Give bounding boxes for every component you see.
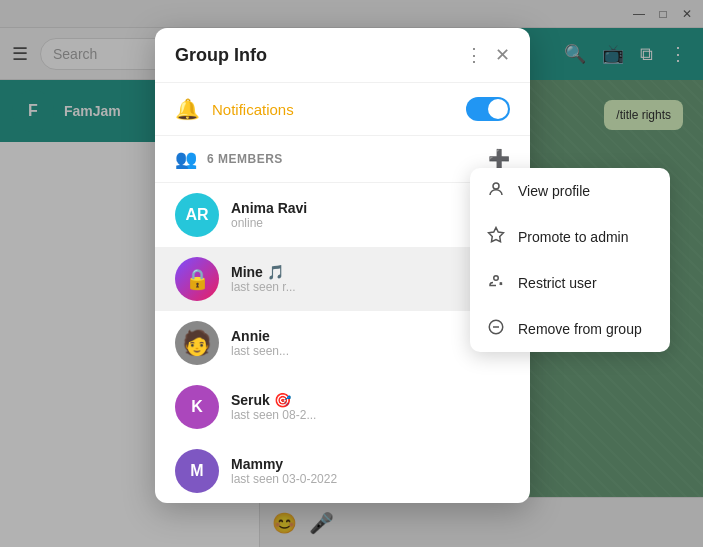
add-member-button[interactable]: ➕ [488, 148, 510, 170]
member-item-mammy[interactable]: M Mammy last seen 03-0-2022 [155, 439, 530, 503]
member-info-mine: Mine 🎵 last seen r... [231, 264, 510, 294]
member-name-seruk: Seruk 🎯 [231, 392, 510, 408]
view-profile-label: View profile [518, 183, 590, 199]
remove-group-label: Remove from group [518, 321, 642, 337]
member-status-anima: online [231, 216, 465, 230]
members-count-label: 6 MEMBERS [207, 152, 478, 166]
context-menu-remove-group[interactable]: Remove from group [470, 306, 670, 352]
member-info-seruk: Seruk 🎯 last seen 08-2... [231, 392, 510, 422]
member-avatar-anima: AR [175, 193, 219, 237]
member-info-annie: Annie last seen... [231, 328, 510, 358]
notifications-label: Notifications [212, 101, 454, 118]
restrict-user-icon [486, 272, 506, 294]
promote-admin-label: Promote to admin [518, 229, 629, 245]
promote-admin-icon [486, 226, 506, 248]
context-menu-view-profile[interactable]: View profile [470, 168, 670, 214]
bell-icon: 🔔 [175, 97, 200, 121]
member-status-mine: last seen r... [231, 280, 510, 294]
context-menu-restrict-user[interactable]: Restrict user [470, 260, 670, 306]
context-menu-promote-admin[interactable]: Promote to admin [470, 214, 670, 260]
modal-header-actions: ⋮ ✕ [465, 44, 510, 66]
svg-point-1 [494, 276, 499, 281]
remove-group-icon [486, 318, 506, 340]
member-item-seruk[interactable]: K Seruk 🎯 last seen 08-2... [155, 375, 530, 439]
modal-overlay: Group Info ⋮ ✕ 🔔 Notifications 👥 6 MEMBE… [0, 0, 703, 547]
member-name-anima: Anima Ravi [231, 200, 465, 216]
modal-more-button[interactable]: ⋮ [465, 44, 483, 66]
notifications-toggle[interactable] [466, 97, 510, 121]
member-info-mammy: Mammy last seen 03-0-2022 [231, 456, 510, 486]
member-status-annie: last seen... [231, 344, 510, 358]
member-avatar-mammy: M [175, 449, 219, 493]
modal-title: Group Info [175, 45, 267, 66]
group-info-modal: Group Info ⋮ ✕ 🔔 Notifications 👥 6 MEMBE… [155, 28, 530, 503]
member-name-mammy: Mammy [231, 456, 510, 472]
member-status-seruk: last seen 08-2... [231, 408, 510, 422]
member-avatar-mine: 🔒 [175, 257, 219, 301]
member-avatar-seruk: K [175, 385, 219, 429]
member-info-anima: Anima Ravi online [231, 200, 465, 230]
member-name-annie: Annie [231, 328, 510, 344]
view-profile-icon [486, 180, 506, 202]
member-avatar-annie: 🧑 [175, 321, 219, 365]
modal-close-button[interactable]: ✕ [495, 44, 510, 66]
member-status-mammy: last seen 03-0-2022 [231, 472, 510, 486]
restrict-user-label: Restrict user [518, 275, 597, 291]
notifications-row: 🔔 Notifications [155, 83, 530, 136]
members-icon: 👥 [175, 148, 197, 170]
member-name-mine: Mine 🎵 [231, 264, 510, 280]
modal-header: Group Info ⋮ ✕ [155, 28, 530, 83]
svg-point-0 [493, 183, 499, 189]
context-menu: View profile Promote to admin Restrict u… [470, 168, 670, 352]
